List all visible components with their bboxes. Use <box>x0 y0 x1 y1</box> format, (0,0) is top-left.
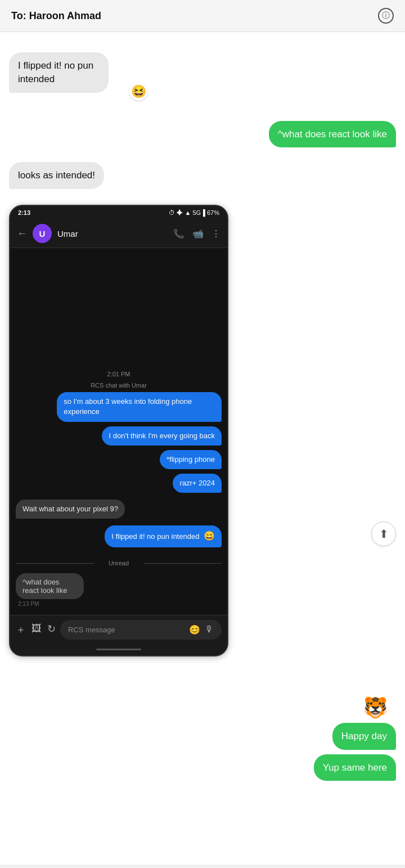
phone-bubble-text-4: razr+ 2024 <box>179 479 215 487</box>
phone-unread-bubble-wrapper: ^what does react look like 2:13 PM <box>16 571 112 607</box>
phone-chat-spacer <box>16 254 222 366</box>
phone-time-label: 2:01 PM <box>16 371 222 377</box>
yup-same-text: Yup same here <box>323 762 387 773</box>
bubble-wrapper-1: I flipped it! no pun intended 😆 <box>9 52 142 93</box>
tiger-emoji: 🐯 <box>363 696 388 719</box>
phone-unread-divider: Unread <box>16 560 222 566</box>
phone-chat-body: 2:01 PM RCS chat with Umar so I'm about … <box>10 248 227 615</box>
phone-bubble-row-5: Wait what about your pixel 9? <box>16 500 222 519</box>
happy-day-bubble: Happy day <box>332 723 396 750</box>
phone-input-bar: ＋ 🖼 ↻ RCS message 😊 🎙 <box>10 615 227 644</box>
phone-bubble-row-3: *flipping phone <box>16 450 222 469</box>
bottom-messages: 🐯 Happy day Yup same here <box>9 696 396 787</box>
phone-input-icons: ＋ 🖼 ↻ <box>16 623 56 636</box>
happy-day-row: Happy day <box>9 723 396 750</box>
received-bubble-1: I flipped it! no pun intended <box>9 52 109 93</box>
bubble-text-3: looks as intended! <box>18 170 95 181</box>
phone-time: 2:13 <box>18 209 30 216</box>
phone-avatar: U <box>33 224 52 243</box>
yup-same-row: Yup same here <box>9 754 396 781</box>
to-text: To: <box>11 10 26 21</box>
header-to-label: To: Haroon Ahmad <box>11 10 101 22</box>
share-icon: ⬆ <box>379 527 389 541</box>
phone-input-right-icons: 😊 🎙 <box>189 624 214 635</box>
phone-more-icon: ⋮ <box>212 228 220 239</box>
reaction-badge-1: 😆 <box>129 83 147 101</box>
phone-status-bar: 2:13 ⏱ ✦ ▲ 5G▐ 67% <box>10 206 227 219</box>
phone-unread-bubble-row: ^what does react look like 2:13 PM <box>16 571 222 607</box>
bubble-text-2: ^what does react look like <box>278 129 387 140</box>
phone-app-header: ← U Umar 📞 📹 ⋮ <box>10 219 227 248</box>
bubble-text-1: I flipped it! no pun intended <box>18 60 93 84</box>
phone-avatar-letter: U <box>39 229 46 239</box>
phone-status-icons: ⏱ ✦ ▲ 5G▐ 67% <box>169 209 219 216</box>
header: To: Haroon Ahmad ⓘ <box>0 0 405 32</box>
phone-video-icon: 📹 <box>192 228 204 239</box>
phone-call-icon: 📞 <box>173 228 184 239</box>
phone-input-field[interactable]: RCS message 😊 🎙 <box>60 620 222 640</box>
sent-bubble-1: ^what does react look like <box>269 121 396 148</box>
phone-emoji-icon[interactable]: 😊 <box>189 624 200 635</box>
phone-back-arrow: ← <box>17 228 27 240</box>
phone-bubble-row-4: razr+ 2024 <box>16 474 222 493</box>
phone-image-icon[interactable]: 🖼 <box>32 623 42 636</box>
received-bubble-2: looks as intended! <box>9 162 104 189</box>
phone-bubble-emoji-6: 😄 <box>204 531 215 541</box>
phone-unread-bubble: ^what does react look like <box>16 573 84 599</box>
phone-bubble-row-1: so I'm about 3 weeks into folding phone … <box>16 392 222 421</box>
phone-bubble-3: *flipping phone <box>160 450 222 469</box>
phone-rcs-label: RCS chat with Umar <box>16 382 222 389</box>
phone-bubble-text-5: Wait what about your pixel 9? <box>22 505 118 513</box>
phone-bubble-2: I don't think I'm every going back <box>102 426 222 446</box>
phone-unread-time: 2:13 PM <box>18 601 112 607</box>
phone-bubble-6: I flipped it! no pun intended 😄 <box>105 525 222 547</box>
phone-mic-icon[interactable]: 🎙 <box>205 624 214 635</box>
message-row-3: looks as intended! <box>9 162 396 189</box>
phone-refresh-icon[interactable]: ↻ <box>47 623 56 636</box>
phone-bottom-bar <box>10 644 227 655</box>
share-button[interactable]: ⬆ <box>371 521 396 546</box>
chat-area: I flipped it! no pun intended 😆 ^what do… <box>0 32 405 865</box>
phone-header-icons: 📞 📹 ⋮ <box>173 228 220 239</box>
contact-name-header: Haroon Ahmad <box>29 10 101 21</box>
phone-bubble-text-2: I don't think I'm every going back <box>109 431 215 440</box>
phone-bubble-row-2: I don't think I'm every going back <box>16 426 222 446</box>
phone-bottom-indicator <box>96 649 141 650</box>
phone-contact-name: Umar <box>57 229 168 239</box>
message-row-1: I flipped it! no pun intended 😆 <box>9 52 396 93</box>
phone-unread-text: ^what does react look like <box>22 578 67 595</box>
phone-bubble-text-6: I flipped it! no pun intended <box>111 532 199 541</box>
phone-bubble-text-3: *flipping phone <box>166 455 215 464</box>
phone-bubble-text-1: so I'm about 3 weeks into folding phone … <box>64 397 192 416</box>
phone-bubble-4: razr+ 2024 <box>173 474 222 493</box>
phone-add-icon[interactable]: ＋ <box>16 623 26 636</box>
message-row-2: ^what does react look like <box>9 121 396 148</box>
phone-input-placeholder: RCS message <box>68 626 115 634</box>
phone-bubble-row-6: I flipped it! no pun intended 😄 <box>16 525 222 547</box>
phone-screenshot: 2:13 ⏱ ✦ ▲ 5G▐ 67% ← U Umar 📞 📹 ⋮ 2:01 P… <box>9 205 228 656</box>
yup-same-bubble: Yup same here <box>314 754 396 781</box>
phone-bubble-1: so I'm about 3 weeks into folding phone … <box>57 392 222 421</box>
happy-day-text: Happy day <box>341 731 387 741</box>
info-icon[interactable]: ⓘ <box>378 8 394 24</box>
phone-bubble-5: Wait what about your pixel 9? <box>16 500 125 519</box>
